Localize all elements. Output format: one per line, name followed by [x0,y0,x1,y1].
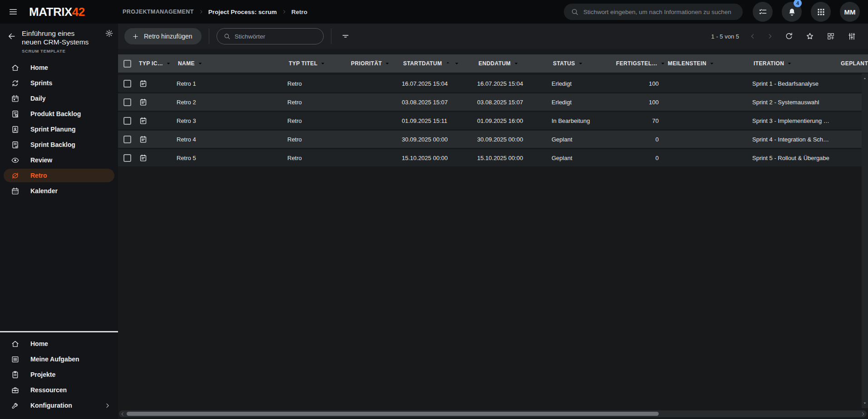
column-header-iteration[interactable]: ITERATION [751,54,838,73]
sidebar-item-produkt-backlog[interactable]: Produkt Backlog [0,106,118,122]
sidebar-item-home[interactable]: Home [0,336,118,351]
cell-name: Retro 1 [175,75,286,92]
row-checkbox[interactable] [123,136,131,143]
sync-icon [11,79,20,88]
filter-icon [341,32,350,41]
next-page-button[interactable] [764,31,775,42]
refresh-button[interactable] [782,29,796,44]
sidebar-item-daily[interactable]: Daily [0,91,118,106]
sidebar: Einführung eines neuen CRM-Systems SCRUM… [0,24,118,419]
column-menu-icon [384,60,390,67]
grid-toolbar: Retro hinzufügen 1 - 5 von 5 [118,24,868,49]
row-checkbox[interactable] [123,80,131,88]
cell-typ_titel: Retro [286,93,348,111]
table-row[interactable]: Retro 5Retro15.10.2025 00:0015.10.2025 0… [118,149,868,168]
keyword-search[interactable] [217,28,324,44]
cell-startdatum: 30.09.2025 00:00 [400,131,476,148]
sidebar-item-konfiguration[interactable]: Konfiguration [0,398,118,413]
scroll-up-icon[interactable] [863,76,867,81]
scroll-right-icon[interactable] [860,411,866,417]
scroll-down-icon[interactable] [863,401,867,405]
sidebar-item-sprint-backlog[interactable]: Sprint Backlog [0,137,118,152]
breadcrumb-middle[interactable]: Project Process: scrum [208,9,277,15]
horizontal-scrollbar[interactable] [119,410,867,417]
horizontal-scroll-thumb[interactable] [127,412,659,416]
column-label: ITERATION [754,60,784,67]
global-search-input[interactable] [583,9,736,15]
clipboard-icon [11,370,20,379]
user-avatar[interactable]: MM [840,2,860,22]
table-row[interactable]: Retro 2Retro03.08.2025 15:0703.08.2025 1… [118,93,868,112]
select-all-checkbox[interactable] [123,60,131,68]
column-label: MEILENSTEIN [668,60,706,67]
cell-typ_titel: Retro [286,149,348,166]
sidebar-item-label: Kalender [30,187,58,195]
layout-button[interactable] [824,29,838,44]
column-header-name[interactable]: NAME [175,54,286,73]
breadcrumb-root[interactable]: PROJEKTMANAGEMENT [123,9,194,15]
global-search[interactable] [564,4,743,20]
column-header-meilenstein[interactable]: MEILENSTEIN [665,54,751,73]
cell-fertigstellung: 100 [613,75,665,92]
sidebar-item-sprints[interactable]: Sprints [0,75,118,91]
column-header-geplante[interactable]: GEPLANTE [838,54,868,73]
notifications-button[interactable]: 4 [782,2,802,22]
add-retro-button[interactable]: Retro hinzufügen [124,28,202,44]
sidebar-item-home[interactable]: Home [0,60,118,75]
toolbar-divider [209,29,209,44]
settings-button[interactable] [844,29,859,44]
back-arrow-icon[interactable] [7,32,16,41]
prev-page-button[interactable] [747,31,758,42]
cell-meilenstein [665,131,751,148]
scroll-left-icon[interactable] [120,411,125,417]
column-header-prioritaet[interactable]: PRIORITÄT [348,54,400,73]
sidebar-item-projekte[interactable]: Projekte [0,367,118,382]
search-icon [571,8,579,16]
sidebar-item-ressourcen[interactable]: Ressourcen [0,382,118,398]
cell-prioritaet [348,93,400,111]
favorite-button[interactable] [803,29,817,44]
star-icon [805,32,814,41]
cell-startdatum: 16.07.2025 15:04 [400,75,476,92]
chevron-left-icon [749,33,756,40]
column-header-status[interactable]: STATUS [550,54,613,73]
column-label: TYP IC… [139,60,163,67]
sidebar-item-retro[interactable]: Retro [4,169,114,182]
table-row[interactable]: Retro 1Retro16.07.2025 15:0416.07.2025 1… [118,75,868,93]
keyword-search-input[interactable] [235,33,317,40]
row-checkbox[interactable] [123,117,131,125]
chevron-right-icon[interactable] [104,402,111,409]
table-row[interactable]: Retro 4Retro30.09.2025 00:0030.09.2025 0… [118,131,868,149]
column-header-startdatum[interactable]: STARTDATUM [400,54,476,73]
sidebar-item-label: Review [30,156,52,164]
cell-iteration: Sprint 1 - Bedarfsanalyse [751,75,838,92]
sidebar-item-sprint-planung[interactable]: Sprint Planung [0,122,118,137]
column-header-enddatum[interactable]: ENDDATUM [476,54,550,73]
cell-enddatum: 15.10.2025 00:00 [476,149,550,166]
tasks-button[interactable] [753,2,773,22]
sidebar-item-meine-aufgaben[interactable]: Meine Aufgaben [0,351,118,367]
dashboard-add-icon [826,32,835,41]
vertical-scrollbar[interactable] [862,73,868,408]
topbar-actions: 4 MM [753,2,860,22]
table-row[interactable]: Retro 3Retro01.09.2025 15:1101.09.2025 1… [118,112,868,131]
sidebar-item-review[interactable]: Review [0,152,118,168]
sidebar-bottom: HomeMeine AufgabenProjekteRessourcenKonf… [0,331,118,419]
apps-button[interactable] [811,2,831,22]
cell-iteration: Sprint 4 - Integration & Sch… [751,131,838,148]
menu-icon[interactable] [8,7,18,17]
sidebar-item-label: Ressourcen [30,386,67,394]
row-checkbox[interactable] [123,98,131,106]
column-header-typ_icon[interactable]: TYP IC… [136,54,175,73]
column-label: PRIORITÄT [351,60,382,67]
column-header-typ_titel[interactable]: TYP TITEL [286,54,348,73]
cell-startdatum: 01.09.2025 15:11 [400,112,476,129]
table-body: Retro 1Retro16.07.2025 15:0416.07.2025 1… [118,73,868,168]
sidebar-item-label: Sprint Planung [30,126,76,133]
row-checkbox[interactable] [123,154,131,162]
filter-button[interactable] [339,29,352,43]
column-header-fertigstellung[interactable]: FERTIGSTEL… [613,54,665,73]
cell-fertigstellung: 70 [613,112,665,129]
gear-icon[interactable] [105,29,113,38]
sidebar-item-kalender[interactable]: Kalender [0,183,118,199]
